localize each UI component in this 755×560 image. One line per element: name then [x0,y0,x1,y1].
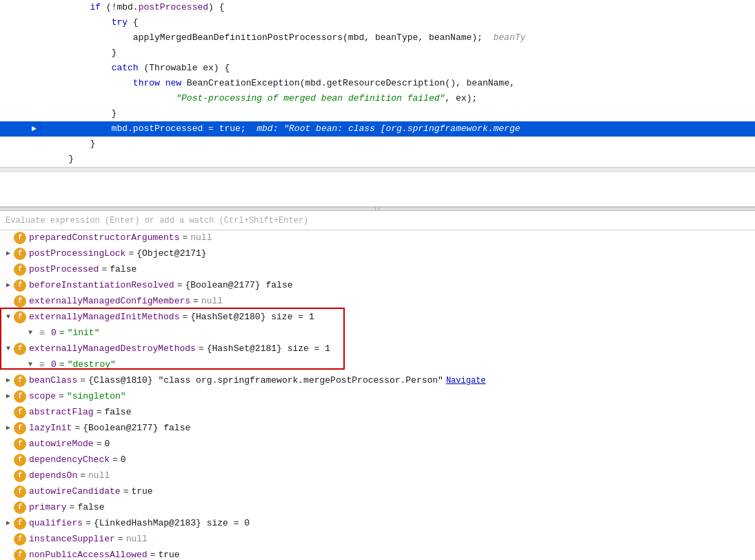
var-type-icon: f [14,470,26,482]
expand-arrow[interactable] [3,246,14,261]
variable-item[interactable]: fpostProcessed = false [0,262,755,278]
variable-name: externallyManagedConfigMembers [29,294,190,309]
code-line: } [0,152,755,167]
line-code: catch (Throwable ex) { [41,61,755,76]
var-type-icon: f [14,486,26,498]
var-type-icon: f [14,533,26,546]
equals-sign: = [80,373,85,388]
var-type-icon: f [14,311,26,323]
line-code: "Post-processing of merged bean definiti… [41,91,755,106]
variable-value: 0 [121,452,126,468]
variable-value: true [158,548,179,560]
variable-value: true [131,484,152,499]
variable-name: abstractFlag [29,405,94,420]
variable-item[interactable]: fprimary = false [0,500,755,516]
variable-item[interactable]: fexternallyManagedDestroyMethods = {Hash… [0,341,755,357]
var-type-icon: f [14,295,26,308]
variable-item[interactable]: fscope = "singleton" [0,389,755,405]
variable-item[interactable]: fqualifiers = {LinkedHashMap@2183} size … [0,516,755,532]
var-type-icon: f [14,248,26,260]
equals-sign: = [85,516,91,531]
code-line: try { [0,15,755,30]
variable-value: "destroy" [68,357,116,372]
variable-name: externallyManagedInitMethods [29,310,179,325]
variable-name: qualifiers [29,516,83,531]
variable-value: null [190,230,212,246]
variable-item[interactable]: ≡0 = "init" [0,326,755,341]
code-line: throw new BeanCreationException(mbd.getR… [0,76,755,91]
variables-list: fpreparedConstructorArguments = nullfpos… [0,230,755,560]
line-code: } [41,137,755,152]
variable-item[interactable]: finstanceSupplier = null [0,532,755,548]
expand-arrow[interactable] [25,357,36,372]
variable-name: instanceSupplier [29,532,115,547]
variable-value: 0 [104,437,110,452]
expand-arrow[interactable] [3,389,14,404]
watch-expression-bar[interactable]: Evaluate expression (Enter) or add a wat… [0,211,755,230]
equals-sign: = [128,246,134,261]
expand-arrow[interactable] [3,341,14,357]
variable-item[interactable]: fdependencyCheck = 0 [0,452,755,468]
variable-item[interactable]: ≡0 = "destroy" [0,357,755,373]
line-code: } [41,46,755,61]
code-line: ► mbd.postProcessed = true; mbd: "Root b… [0,121,755,137]
var-type-icon: f [14,501,26,514]
expand-arrow[interactable] [3,310,14,325]
variable-value: {Boolean@2177} false [83,421,190,436]
watch-placeholder: Evaluate expression (Enter) or add a wat… [6,216,308,226]
variable-item[interactable]: fabstractFlag = false [0,405,755,421]
variable-value: {LinkedHashMap@2183} size = 0 [94,516,250,531]
equals-sign: = [59,326,65,341]
code-line: applyMergedBeanDefinitionPostProcessors(… [0,30,755,46]
variable-value: false [77,500,104,515]
equals-sign: = [182,230,188,246]
variable-item[interactable]: fexternallyManagedInitMethods = {HashSet… [0,310,755,326]
line-code: try { [41,15,755,30]
expand-arrow[interactable] [3,516,14,531]
variable-name: 0 [51,326,57,341]
variable-name: 0 [51,357,57,372]
variable-name: beforeInstantiationResolved [29,278,174,293]
variable-item[interactable]: fpostProcessingLock = {Object@2171} [0,246,755,262]
var-type-icon: ≡ [36,327,48,339]
equals-sign: = [70,500,75,515]
line-gutter: ► [0,121,41,137]
var-type-icon: f [14,390,26,403]
variable-value: {Class@1810} "class org.springframework.… [88,373,443,388]
code-line: if (!mbd.postProcessed) { [0,0,755,15]
expand-arrow[interactable] [3,278,14,293]
variable-item[interactable]: fbeforeInstantiationResolved = {Boolean@… [0,278,755,294]
navigate-link[interactable]: Navigate [446,373,486,388]
variable-item[interactable]: fautowireCandidate = true [0,484,755,500]
line-code: } [41,152,755,167]
variable-item[interactable]: fbeanClass = {Class@1810} "class org.spr… [0,373,755,389]
var-type-icon: f [14,406,26,419]
variable-item[interactable]: fexternallyManagedConfigMembers = null [0,294,755,310]
expand-arrow[interactable] [25,326,36,341]
expand-arrow[interactable] [3,421,14,436]
variable-item[interactable]: fpreparedConstructorArguments = null [0,230,755,246]
variable-name: dependencyCheck [29,452,110,468]
equals-sign: = [97,405,102,420]
var-type-icon: f [14,438,26,450]
variable-name: autowireCandidate [29,484,121,499]
variable-item[interactable]: fdependsOn = null [0,468,755,484]
equals-sign: = [59,389,64,404]
variable-item[interactable]: flazyInit = {Boolean@2177} false [0,421,755,437]
equals-sign: = [182,310,188,325]
equals-sign: = [59,357,65,372]
variable-item[interactable]: fnonPublicAccessAllowed = true [0,548,755,560]
horizontal-scrollbar[interactable] [0,167,755,172]
equals-sign: = [101,262,107,277]
variable-name: dependsOn [29,468,77,483]
variable-value: false [110,262,137,277]
equals-sign: = [193,294,199,309]
line-code: throw new BeanCreationException(mbd.getR… [41,76,755,91]
variable-name: nonPublicAccessAllowed [29,548,148,560]
line-code: } [41,106,755,121]
variable-item[interactable]: fautowireMode = 0 [0,437,755,452]
equals-sign: = [123,484,129,499]
variable-value: {HashSet@2180} size = 1 [190,310,314,325]
code-line: "Post-processing of merged bean definiti… [0,91,755,106]
expand-arrow[interactable] [3,373,14,388]
